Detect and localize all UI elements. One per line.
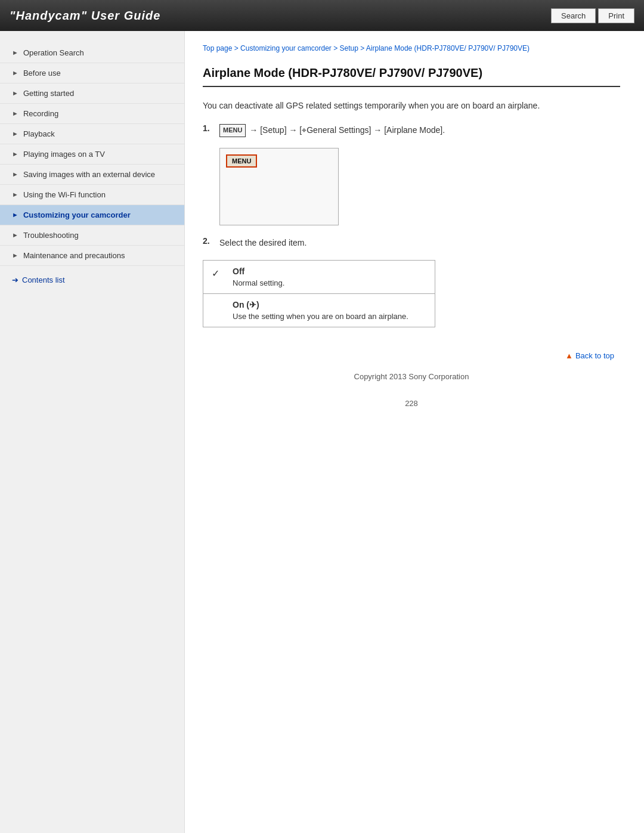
option-on-name: On (✈): [233, 300, 426, 309]
sidebar-item-label: Getting started: [23, 89, 74, 98]
arrow-icon: ►: [12, 211, 18, 218]
back-to-top-label: Back to top: [575, 351, 614, 360]
sidebar-item-label: Troubleshooting: [23, 231, 79, 240]
sidebar-item-label: Playback: [23, 129, 55, 138]
footer: Copyright 2013 Sony Corporation: [203, 360, 620, 399]
option-off-desc: Normal setting.: [233, 278, 284, 287]
table-row: ✓ Off Normal setting.: [203, 261, 435, 294]
sidebar-item-wifi[interactable]: ► Using the Wi-Fi function: [0, 185, 184, 205]
step-2-content: Select the desired item.: [219, 236, 306, 249]
page-description: You can deactivate all GPS related setti…: [203, 99, 620, 112]
page-title: Airplane Mode (HDR-PJ780VE/ PJ790V/ PJ79…: [203, 66, 620, 87]
menu-keyboard-label: MENU: [219, 124, 246, 137]
main-content: Top page > Customizing your camcorder > …: [185, 31, 644, 833]
option-check-off: ✓: [203, 261, 225, 294]
sidebar-item-label: Using the Wi-Fi function: [23, 190, 106, 199]
arrow-icon: ►: [12, 231, 18, 239]
step-2: 2. Select the desired item.: [203, 236, 620, 249]
menu-screenshot: MENU: [219, 148, 339, 225]
sidebar-item-before-use[interactable]: ► Before use: [0, 63, 184, 83]
sidebar-item-label: Recording: [23, 109, 58, 118]
sidebar-item-label: Before use: [23, 69, 61, 78]
breadcrumb-customizing[interactable]: Customizing your camcorder: [240, 44, 332, 52]
step-2-number: 2.: [203, 236, 215, 246]
sidebar-item-getting-started[interactable]: ► Getting started: [0, 83, 184, 104]
sidebar-item-troubleshooting[interactable]: ► Troubleshooting: [0, 225, 184, 246]
sidebar-item-playing-images[interactable]: ► Playing images on a TV: [0, 144, 184, 165]
sidebar-item-operation-search[interactable]: ► Operation Search: [0, 43, 184, 63]
sidebar-item-customizing[interactable]: ► Customizing your camcorder: [0, 205, 184, 225]
breadcrumb: Top page > Customizing your camcorder > …: [203, 43, 620, 54]
option-on: On (✈) Use the setting when you are on b…: [224, 294, 435, 327]
print-button[interactable]: Print: [598, 8, 634, 23]
menu-button-mock: MENU: [226, 154, 257, 168]
table-row: On (✈) Use the setting when you are on b…: [203, 294, 435, 327]
step-1: 1. MENU → [Setup] → [⌖General Settings] …: [203, 123, 620, 137]
arrow-icon: ►: [12, 252, 18, 259]
sidebar-item-recording[interactable]: ► Recording: [0, 104, 184, 124]
sidebar-item-label: Customizing your camcorder: [23, 210, 131, 219]
copyright-text: Copyright 2013 Sony Corporation: [354, 372, 469, 381]
site-title: "Handycam" User Guide: [10, 9, 160, 23]
search-button[interactable]: Search: [551, 8, 596, 23]
arrow-right-icon: ➔: [12, 275, 18, 284]
sidebar-item-label: Saving images with an external device: [23, 170, 155, 179]
option-check-on: [203, 294, 225, 327]
step-1-number: 1.: [203, 123, 215, 133]
arrow-icon: ►: [12, 150, 18, 157]
layout: ► Operation Search ► Before use ► Gettin…: [0, 31, 644, 833]
contents-list-label: Contents list: [22, 275, 65, 284]
back-to-top-link[interactable]: ▲Back to top: [565, 351, 614, 360]
breadcrumb-setup[interactable]: Setup: [339, 44, 358, 52]
header: "Handycam" User Guide Search Print: [0, 0, 644, 31]
arrow-icon: ►: [12, 171, 18, 178]
sidebar-item-maintenance[interactable]: ► Maintenance and precautions: [0, 246, 184, 266]
sidebar-item-saving-images[interactable]: ► Saving images with an external device: [0, 165, 184, 185]
back-to-top-container: ▲Back to top: [203, 351, 620, 360]
arrow-icon: ►: [12, 191, 18, 198]
header-buttons: Search Print: [551, 8, 634, 23]
contents-list-link[interactable]: ➔ Contents list: [0, 266, 184, 289]
sidebar-item-label: Playing images on a TV: [23, 150, 105, 159]
options-table: ✓ Off Normal setting. On (✈) Use the set…: [203, 260, 435, 327]
arrow-icon: ►: [12, 49, 18, 56]
sidebar-item-label: Maintenance and precautions: [23, 251, 125, 260]
sidebar-item-label: Operation Search: [23, 48, 84, 57]
option-on-desc: Use the setting when you are on board an…: [233, 312, 408, 321]
arrow-icon: ►: [12, 89, 18, 97]
arrow-icon: ►: [12, 69, 18, 76]
step-1-text: → [Setup] → [⌖General Settings] → [Airpl…: [249, 125, 445, 135]
page-number: 228: [203, 399, 620, 414]
sidebar-item-playback[interactable]: ► Playback: [0, 124, 184, 144]
back-to-top-triangle-icon: ▲: [565, 351, 573, 360]
option-off: Off Normal setting.: [224, 261, 435, 294]
breadcrumb-current: Airplane Mode (HDR-PJ780VE/ PJ790V/ PJ79…: [366, 44, 530, 52]
breadcrumb-sep1: >: [232, 44, 240, 52]
sidebar: ► Operation Search ► Before use ► Gettin…: [0, 31, 185, 833]
breadcrumb-top[interactable]: Top page: [203, 44, 232, 52]
option-off-name: Off: [233, 267, 426, 276]
arrow-icon: ►: [12, 110, 18, 117]
breadcrumb-sep3: >: [358, 44, 366, 52]
breadcrumb-sep2: >: [332, 44, 340, 52]
step-1-content: MENU → [Setup] → [⌖General Settings] → […: [219, 123, 445, 137]
arrow-icon: ►: [12, 130, 18, 137]
